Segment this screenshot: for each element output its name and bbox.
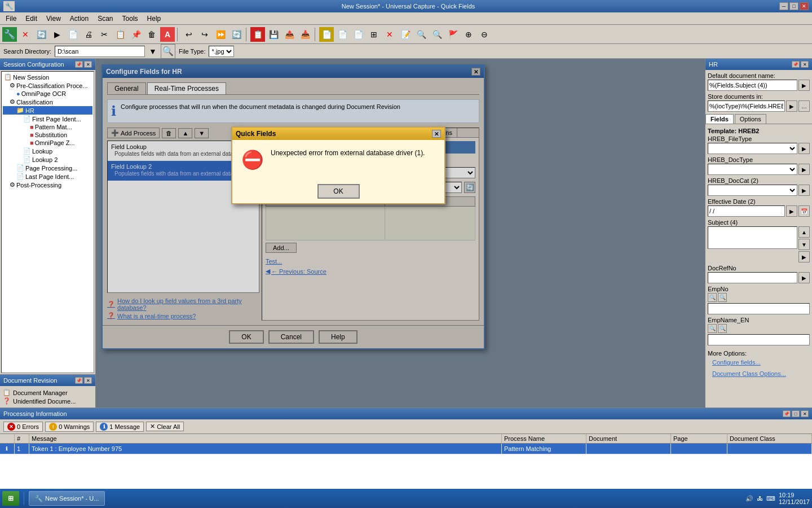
field-btn-hreb-doccat[interactable]: ▶ (798, 185, 810, 196)
field-btn-hreb-filetype[interactable]: ▶ (798, 143, 810, 154)
tree-substitution[interactable]: ■Substitution (3, 131, 92, 139)
help-link-2[interactable]: ❓ What is a real-time process? (107, 312, 259, 319)
empname-clear-btn[interactable]: 🔍 (718, 324, 727, 333)
toolbar-expand[interactable]: ⊕ (461, 27, 476, 42)
add-process-btn[interactable]: ➕ Add Process (107, 128, 160, 138)
empno-clear-btn[interactable]: 🔍 (718, 293, 727, 302)
config-help-btn[interactable]: Help (319, 330, 358, 344)
toolbar-upload[interactable]: 📥 (298, 27, 312, 42)
field-up-subject[interactable]: ▲ (798, 226, 810, 238)
toolbar-new[interactable]: 🔧 (2, 27, 17, 42)
toolbar-sync[interactable]: 🔄 (229, 27, 244, 42)
configure-fields-link[interactable]: Configure fields... (708, 357, 810, 368)
menu-scan[interactable]: Scan (94, 14, 116, 24)
right-panel-close[interactable]: ✕ (801, 61, 809, 68)
tree-page-proc[interactable]: 📄Page Processing... (3, 164, 92, 172)
prev-link[interactable]: ◀ ← Previous: Source (266, 268, 475, 275)
field-select-hreb-filetype[interactable] (708, 143, 797, 154)
right-tab-fields[interactable]: Fields (705, 114, 734, 124)
table-row[interactable]: ℹ 1 Token 1 : Employee Number 975 Patter… (0, 444, 812, 454)
field-btn-docrefno[interactable]: ▶ (798, 272, 810, 283)
tree-classification[interactable]: ⚙Classification (3, 98, 92, 106)
toolbar-flag[interactable]: 🚩 (445, 27, 460, 42)
tab-realtime[interactable]: Real-Time Processes (147, 82, 226, 94)
tree-pre-class[interactable]: ⚙Pre-Classification Proce... (3, 81, 92, 90)
toolbar-redo[interactable]: ↪ (197, 27, 212, 42)
right-panel-pin[interactable]: 📌 (792, 61, 800, 68)
field-select-hreb-doctype[interactable] (708, 164, 797, 175)
tree-pattern-mat[interactable]: ■Pattern Mat... (3, 123, 92, 131)
toolbar-text2[interactable]: 📝 (398, 27, 413, 42)
panel-pin-btn[interactable]: 📌 (75, 61, 83, 68)
field-down-subject[interactable]: ▼ (798, 239, 810, 250)
messages-badge[interactable]: ℹ 1 Message (96, 422, 144, 432)
tab-general[interactable]: General (107, 82, 146, 94)
tree-lookup2[interactable]: 📄Lookup 2 (3, 155, 92, 164)
default-doc-name-btn[interactable]: ▶ (798, 80, 810, 91)
refresh-table-btn[interactable]: 🔄 (464, 182, 475, 193)
store-docs-btn[interactable]: ▶ (786, 100, 797, 112)
doc-rev-close-btn[interactable]: ✕ (84, 377, 92, 384)
toolbar-copy[interactable]: 📋 (113, 27, 127, 42)
toolbar-btn1[interactable]: 🔄 (34, 27, 48, 42)
field-btn-effective-date[interactable]: ▶ (786, 205, 797, 217)
tree-new-session[interactable]: 📋New Session (3, 73, 92, 81)
toolbar-zoom2[interactable]: 🔍 (430, 27, 444, 42)
configure-dialog-close[interactable]: ✕ (471, 68, 480, 76)
doc-rev-pin-btn[interactable]: 📌 (75, 377, 83, 384)
menu-edit[interactable]: Edit (22, 14, 41, 24)
search-dir-dropdown[interactable]: ▼ (148, 46, 157, 57)
toolbar-page2[interactable]: 📄 (335, 27, 350, 42)
toolbar-stop[interactable]: ✕ (18, 27, 33, 42)
close-button[interactable]: ✕ (800, 2, 809, 10)
tree-post-proc[interactable]: ⚙Post-Processing (3, 181, 92, 189)
store-docs-browse-btn[interactable]: … (798, 100, 810, 112)
search-go-btn[interactable]: 🔍 (161, 44, 175, 59)
field-textarea-subject[interactable] (708, 226, 797, 249)
menu-help[interactable]: Help (144, 14, 165, 24)
tree-last-page[interactable]: 📄Last Page Ident... (3, 172, 92, 181)
error-dialog-close[interactable]: ✕ (432, 130, 441, 138)
toolbar-paste[interactable]: 📌 (129, 27, 143, 42)
toolbar-print[interactable]: 🖨 (81, 27, 96, 42)
taskbar-session-item[interactable]: 🔧 New Session* - U... (29, 491, 105, 506)
empname-search-btn[interactable]: 🔍 (708, 324, 717, 333)
empno-search-btn[interactable]: 🔍 (708, 293, 717, 302)
field-input-effective-date[interactable] (708, 205, 785, 217)
clear-all-btn[interactable]: ✕ Clear All (146, 422, 184, 431)
errors-badge[interactable]: ✕ 0 Errors (3, 422, 43, 432)
menu-tools[interactable]: Tools (119, 14, 142, 24)
field-btn-subject[interactable]: ▶ (798, 251, 810, 262)
field-select-hreb-doccat[interactable] (708, 185, 797, 196)
toolbar-btn2[interactable]: ▶ (50, 27, 64, 42)
maximize-button[interactable]: □ (789, 2, 798, 10)
toolbar-redx[interactable]: ✕ (382, 27, 397, 42)
error-ok-btn[interactable]: OK (317, 184, 360, 199)
toolbar-page1[interactable]: 📄 (319, 27, 334, 42)
toolbar-undo[interactable]: ↩ (182, 27, 196, 42)
add-column-btn[interactable]: Add... (266, 243, 297, 253)
menu-action[interactable]: Action (67, 14, 92, 24)
config-cancel-btn[interactable]: Cancel (268, 330, 314, 344)
toolbar-delete[interactable]: 🗑 (144, 27, 159, 42)
menu-file[interactable]: File (2, 14, 20, 24)
test-link[interactable]: Test... (266, 258, 282, 265)
bottom-panel-pin[interactable]: 📌 (783, 410, 791, 417)
doc-manager-item[interactable]: 📋Document Manager (2, 388, 93, 397)
field-input-empname[interactable] (708, 334, 810, 345)
panel-close-btn[interactable]: ✕ (84, 61, 92, 68)
toolbar-export[interactable]: 📤 (282, 27, 297, 42)
move-up-btn[interactable]: ▲ (178, 128, 192, 138)
config-ok-btn[interactable]: OK (229, 330, 263, 344)
tree-lookup[interactable]: 📄Lookup (3, 147, 92, 155)
bottom-panel-close[interactable]: ✕ (801, 410, 809, 417)
toolbar-fwd[interactable]: ⏩ (213, 27, 228, 42)
doc-class-options-link[interactable]: Document Class Options... (708, 368, 810, 379)
start-button[interactable]: ⊞ (2, 491, 19, 506)
tree-omnipage-z[interactable]: ■OmniPage Z... (3, 139, 92, 147)
toolbar-grid[interactable]: ⊞ (367, 27, 381, 42)
unidentified-doc-item[interactable]: ❓Unidentified Docume... (2, 397, 93, 405)
toolbar-zoom[interactable]: 🔍 (414, 27, 429, 42)
file-type-select[interactable]: *.jpg (209, 46, 234, 57)
bottom-panel-expand[interactable]: □ (792, 410, 800, 417)
